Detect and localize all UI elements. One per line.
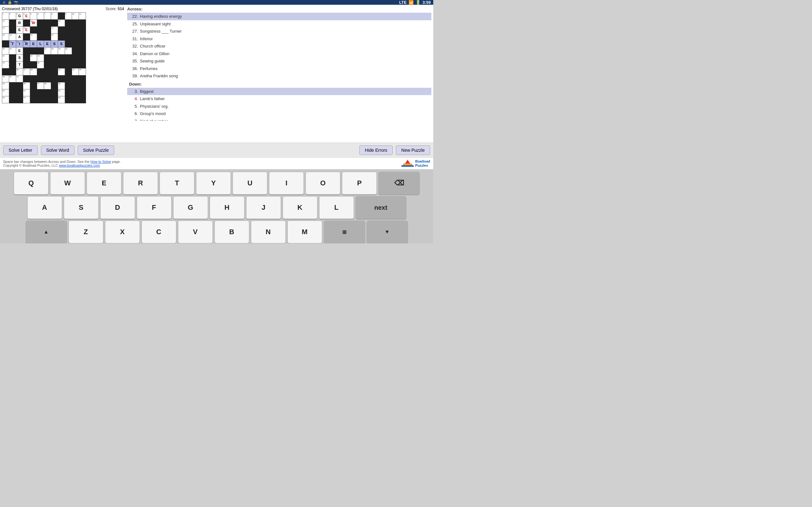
grid-cell[interactable] <box>9 26 16 34</box>
across-clue-item[interactable]: 25.Unpleasant sight <box>127 20 432 28</box>
key-d[interactable]: D <box>100 196 135 219</box>
grid-cell[interactable] <box>2 41 9 48</box>
grid-cell[interactable] <box>23 55 30 61</box>
grid-cell[interactable] <box>37 68 44 75</box>
grid-cell[interactable] <box>79 34 86 41</box>
grid-cell[interactable] <box>2 68 9 75</box>
grid-cell[interactable] <box>72 82 79 89</box>
grid-cell[interactable]: 53 <box>2 96 9 103</box>
grid-cell[interactable]: 42 <box>58 68 65 75</box>
grid-cell[interactable]: 26 <box>9 48 16 55</box>
down-clue-item[interactable]: 6.Group's mood <box>127 110 432 118</box>
backspace-key[interactable]: ⌫ <box>378 172 420 194</box>
grid-cell[interactable]: 18 <box>2 34 9 41</box>
key-z[interactable]: Z <box>68 221 103 243</box>
grid-cell[interactable]: 45 <box>2 82 9 89</box>
grid-cell[interactable]: S <box>51 41 58 48</box>
grid-cell[interactable] <box>51 89 58 96</box>
grid-cell[interactable]: 16E <box>23 26 30 34</box>
key-w[interactable]: W <box>50 172 85 194</box>
grid-cell[interactable]: 6 <box>37 13 44 20</box>
grid-cell[interactable]: 47 <box>37 82 44 89</box>
grid-cell[interactable]: 55 <box>58 96 65 103</box>
grid-cell[interactable] <box>37 89 44 96</box>
grid-cell[interactable] <box>72 55 79 61</box>
grid-cell[interactable]: L <box>37 41 44 48</box>
grid-cell[interactable]: 33 <box>37 55 44 61</box>
key-c[interactable]: C <box>142 221 176 243</box>
crossword-grid[interactable]: 123G4E56789101112R13W1415E16E171819A2021… <box>2 12 86 103</box>
across-clue-item[interactable]: 36.Perfumes <box>127 65 432 72</box>
clues-scroll[interactable]: Across: 22.Having endless energy25.Unple… <box>127 7 432 121</box>
grid-cell[interactable] <box>37 20 44 26</box>
solve-word-button[interactable]: Solve Word <box>41 146 74 155</box>
layout-key[interactable]: ⊞ <box>324 221 365 243</box>
grid-cell[interactable] <box>44 61 51 68</box>
across-clue-item[interactable]: 27.Songstress ___ Turner <box>127 27 432 35</box>
grid-cell[interactable]: 11 <box>79 13 86 20</box>
key-v[interactable]: V <box>178 221 213 243</box>
grid-cell[interactable]: 1 <box>2 13 9 20</box>
grid-cell[interactable] <box>79 20 86 26</box>
website-link[interactable]: www.boatloadpuzzles.com <box>59 164 100 167</box>
grid-cell[interactable] <box>30 61 37 68</box>
solve-letter-button[interactable]: Solve Letter <box>3 146 38 155</box>
grid-cell[interactable]: 49 <box>58 82 65 89</box>
grid-cell[interactable] <box>79 82 86 89</box>
grid-cell[interactable] <box>58 13 65 20</box>
grid-cell[interactable] <box>72 96 79 103</box>
key-u[interactable]: U <box>233 172 267 194</box>
key-y[interactable]: Y <box>196 172 231 194</box>
grid-cell[interactable] <box>9 20 16 26</box>
grid-cell[interactable] <box>44 75 51 82</box>
grid-cell[interactable] <box>65 89 72 96</box>
key-o[interactable]: O <box>305 172 340 194</box>
across-clue-item[interactable]: 32.Church officer <box>127 43 432 50</box>
grid-cell[interactable] <box>72 26 79 34</box>
down-clue-item[interactable]: 7.Kind of number <box>127 118 432 121</box>
grid-cell[interactable] <box>16 89 23 96</box>
key-l[interactable]: L <box>319 196 354 219</box>
grid-cell[interactable]: 41 <box>16 75 23 82</box>
grid-cell[interactable] <box>51 61 58 68</box>
key-e[interactable]: E <box>87 172 121 194</box>
grid-cell[interactable] <box>79 48 86 55</box>
grid-cell[interactable]: 30 <box>65 48 72 55</box>
grid-cell[interactable]: R <box>16 20 23 26</box>
grid-cell[interactable] <box>79 89 86 96</box>
grid-cell[interactable] <box>23 61 30 68</box>
grid-cell[interactable]: 38 <box>30 68 37 75</box>
key-p[interactable]: P <box>342 172 377 194</box>
down-clue-item[interactable]: 4.Lamb's father <box>127 95 432 103</box>
grid-cell[interactable]: 44 <box>79 68 86 75</box>
key-m[interactable]: M <box>287 221 322 243</box>
down-clue-item[interactable]: 5.Physicians' org. <box>127 103 432 110</box>
grid-cell[interactable] <box>58 75 65 82</box>
grid-cell[interactable] <box>65 20 72 26</box>
grid-cell[interactable] <box>79 61 86 68</box>
grid-cell[interactable]: 3G <box>16 13 23 20</box>
shift-key[interactable]: ▲ <box>26 221 67 243</box>
grid-cell[interactable] <box>51 96 58 103</box>
key-r[interactable]: R <box>123 172 158 194</box>
grid-cell[interactable] <box>72 48 79 55</box>
grid-cell[interactable]: 51 <box>23 89 30 96</box>
grid-cell[interactable] <box>44 26 51 34</box>
grid-cell[interactable]: E <box>30 41 37 48</box>
key-x[interactable]: X <box>105 221 140 243</box>
key-s[interactable]: S <box>64 196 99 219</box>
grid-cell[interactable] <box>37 75 44 82</box>
grid-cell[interactable] <box>65 68 72 75</box>
grid-cell[interactable] <box>65 41 72 48</box>
grid-cell[interactable]: 15 <box>2 26 9 34</box>
grid-cell[interactable]: 43 <box>72 68 79 75</box>
grid-cell[interactable] <box>51 68 58 75</box>
grid-cell[interactable]: 48 <box>44 82 51 89</box>
next-key[interactable]: next <box>356 196 406 219</box>
down-clue-item[interactable]: 3.Biggest <box>127 88 432 95</box>
grid-cell[interactable]: 29 <box>58 48 65 55</box>
grid-cell[interactable] <box>44 34 51 41</box>
grid-cell[interactable]: 50 <box>2 89 9 96</box>
new-puzzle-button[interactable]: New Puzzle <box>396 146 430 155</box>
grid-cell[interactable] <box>30 75 37 82</box>
